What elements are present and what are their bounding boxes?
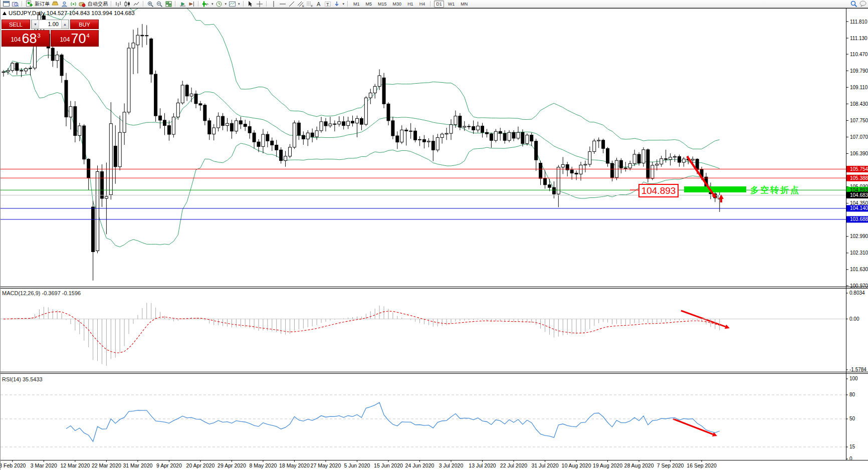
crosshair-icon[interactable] bbox=[256, 1, 263, 7]
svg-text:T: T bbox=[326, 2, 329, 7]
sell-button[interactable]: SELL bbox=[2, 20, 30, 29]
account-icon[interactable] bbox=[61, 1, 68, 7]
horizontal-line-icon[interactable] bbox=[279, 1, 286, 7]
svg-text:5 Jun 2020: 5 Jun 2020 bbox=[344, 462, 370, 468]
candlestick-icon[interactable] bbox=[124, 1, 131, 7]
svg-text:8 May 2020: 8 May 2020 bbox=[250, 462, 277, 468]
svg-text:27 May 2020: 27 May 2020 bbox=[311, 462, 341, 468]
tile-windows-icon[interactable] bbox=[165, 1, 172, 7]
autotrading-button[interactable]: 自动交易 bbox=[88, 1, 108, 8]
chat-icon[interactable] bbox=[859, 1, 866, 7]
svg-text:108.430: 108.430 bbox=[850, 101, 868, 107]
toolbar-separator bbox=[22, 1, 23, 7]
svg-text:101.630: 101.630 bbox=[850, 267, 868, 272]
trendline-icon[interactable] bbox=[288, 1, 295, 7]
new-order-icon[interactable] bbox=[26, 1, 33, 7]
signals-icon[interactable] bbox=[70, 1, 77, 7]
text-label-icon[interactable]: T bbox=[324, 1, 331, 7]
search-icon[interactable] bbox=[850, 1, 857, 7]
fibonacci-icon[interactable]: F bbox=[306, 1, 313, 7]
svg-text:31 Mar 2020: 31 Mar 2020 bbox=[123, 462, 152, 468]
macd-label: MACD(12,26,9) -0.3697 -0.1596 bbox=[2, 290, 81, 296]
periods-icon[interactable] bbox=[215, 1, 223, 7]
timeframe-h1[interactable]: H1 bbox=[405, 1, 415, 8]
svg-text:105.754: 105.754 bbox=[850, 166, 868, 172]
timeframe-d1[interactable]: D1 bbox=[434, 1, 444, 8]
svg-text:102.310: 102.310 bbox=[850, 250, 868, 256]
volume-decrease-button[interactable]: ▼ bbox=[32, 20, 39, 29]
toolbar-separator bbox=[143, 1, 144, 7]
timeframe-m30[interactable]: M30 bbox=[391, 1, 404, 8]
svg-text:111.810: 111.810 bbox=[850, 19, 867, 25]
timeframe-mn[interactable]: MN bbox=[459, 1, 470, 8]
turning-point-bar[interactable] bbox=[684, 186, 746, 192]
svg-text:F: F bbox=[311, 4, 313, 7]
svg-text:109.790: 109.790 bbox=[850, 68, 868, 74]
bid-price-box[interactable]: 104683 bbox=[2, 30, 50, 47]
toolbar-separator bbox=[347, 1, 348, 7]
autotrading-icon[interactable] bbox=[79, 1, 86, 7]
toolbar-separator bbox=[175, 1, 176, 7]
svg-text:104.140: 104.140 bbox=[850, 205, 868, 211]
svg-text:50: 50 bbox=[849, 416, 855, 421]
volume-increase-button[interactable]: ▲ bbox=[61, 20, 69, 29]
cursor-icon[interactable] bbox=[247, 1, 254, 7]
periods-dropdown[interactable]: ▾ bbox=[225, 2, 227, 6]
svg-text:106.390: 106.390 bbox=[850, 151, 868, 156]
timeframe-m5[interactable]: M5 bbox=[364, 1, 374, 8]
toolbar-separator bbox=[198, 1, 199, 7]
svg-text:31 Jul 2020: 31 Jul 2020 bbox=[531, 462, 558, 468]
svg-text:0.00: 0.00 bbox=[849, 316, 859, 322]
equidistant-channel-icon[interactable]: E bbox=[297, 1, 304, 7]
chart-shift-icon[interactable] bbox=[188, 1, 195, 7]
rsi-label: RSI(14) 35.5433 bbox=[2, 376, 43, 382]
zoom-in-icon[interactable] bbox=[147, 1, 154, 7]
timeframe-w1[interactable]: W1 bbox=[446, 1, 457, 8]
templates-icon[interactable] bbox=[229, 1, 236, 7]
templates-dropdown[interactable]: ▾ bbox=[238, 2, 240, 6]
svg-text:102.990: 102.990 bbox=[850, 233, 868, 239]
svg-text:16 Sep 2020: 16 Sep 2020 bbox=[687, 462, 717, 468]
indicators-dropdown[interactable]: ▾ bbox=[211, 2, 213, 6]
ask-price-box[interactable]: 104704 bbox=[51, 30, 99, 47]
chart-canvas: 104.893多空转折点111.810111.130110.470109.790… bbox=[1, 0, 868, 470]
ask-pips: 70 bbox=[71, 32, 86, 45]
new-order-button[interactable]: 新订单 bbox=[35, 1, 50, 8]
svg-text:28 Aug 2020: 28 Aug 2020 bbox=[624, 462, 654, 468]
timeframe-m1[interactable]: M1 bbox=[351, 1, 362, 8]
svg-text:0: 0 bbox=[849, 456, 852, 461]
timeframe-m15[interactable]: M15 bbox=[376, 1, 389, 8]
svg-text:15 Jun 2020: 15 Jun 2020 bbox=[374, 462, 403, 468]
zoom-out-icon[interactable] bbox=[156, 1, 163, 7]
bar-chart-icon[interactable] bbox=[115, 1, 122, 7]
svg-text:-1.5784: -1.5784 bbox=[849, 367, 866, 372]
svg-text:107.070: 107.070 bbox=[850, 134, 868, 140]
buy-button[interactable]: BUY bbox=[70, 20, 99, 29]
line-chart-icon[interactable] bbox=[133, 1, 140, 7]
toolbar-separator bbox=[266, 1, 267, 7]
svg-text:29 Apr 2020: 29 Apr 2020 bbox=[218, 462, 246, 468]
volume-value[interactable]: 1.00 bbox=[39, 20, 61, 29]
bid-big-figure: 104 bbox=[11, 36, 21, 43]
text-icon[interactable]: A bbox=[315, 1, 322, 7]
svg-text:109.110: 109.110 bbox=[850, 85, 868, 90]
ask-point: 4 bbox=[86, 33, 89, 39]
svg-text:12 Mar 2020: 12 Mar 2020 bbox=[60, 462, 90, 468]
toolbar: 新订单 自动交易 ▾ ▾ ▾ E F A T ▾ M1 M5 M bbox=[1, 0, 868, 8]
new-chart-icon[interactable] bbox=[3, 1, 10, 7]
svg-text:E: E bbox=[302, 4, 304, 7]
autoscroll-icon[interactable] bbox=[179, 1, 186, 7]
indicators-icon[interactable] bbox=[202, 1, 209, 7]
price-callout-text: 104.893 bbox=[641, 185, 676, 196]
timeframe-h4[interactable]: H4 bbox=[417, 1, 427, 8]
toolbar-separator bbox=[430, 1, 431, 7]
chart-title: USDJPY,Daily 104.527 104.843 103.994 104… bbox=[9, 10, 135, 16]
turning-point-label[interactable]: 多空转折点 bbox=[750, 185, 800, 195]
bid-pips: 68 bbox=[22, 32, 37, 45]
svg-text:10 Aug 2020: 10 Aug 2020 bbox=[562, 462, 591, 468]
gold-icon[interactable] bbox=[52, 1, 59, 7]
vertical-line-icon[interactable] bbox=[270, 1, 277, 7]
profiles-icon[interactable] bbox=[12, 1, 19, 7]
arrows-dropdown[interactable]: ▾ bbox=[343, 2, 345, 6]
arrows-tool-icon[interactable] bbox=[333, 1, 340, 7]
